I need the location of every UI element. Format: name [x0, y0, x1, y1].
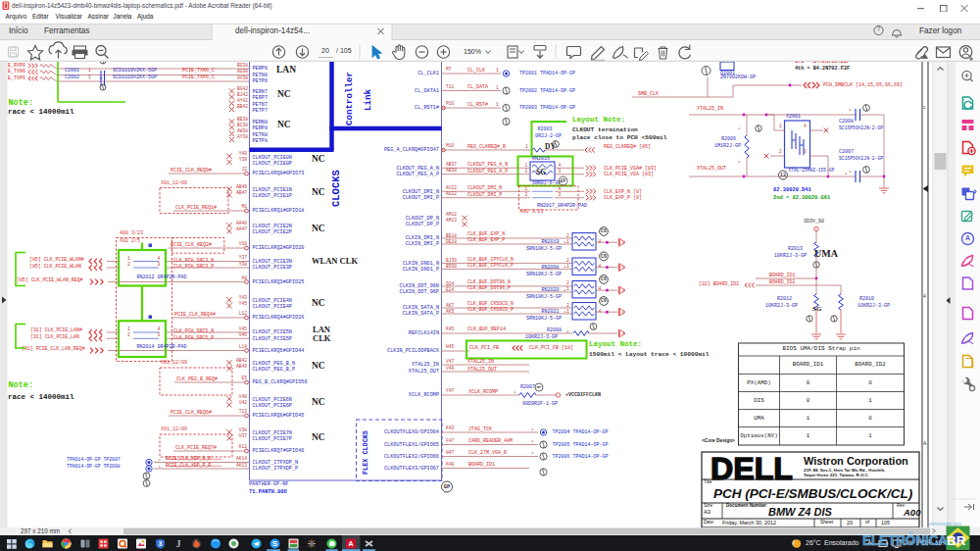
svg-text:RN2017_0R4P2R-PAD: RN2017_0R4P2R-PAD [537, 203, 587, 209]
svg-text:PERP6: PERP6 [253, 66, 269, 72]
svg-text:2: 2 [566, 280, 569, 285]
svg-text:1: 1 [514, 389, 516, 394]
svg-text:SRN10KJ-5-GP: SRN10KJ-5-GP [526, 246, 562, 252]
svg-text:0: 0 [807, 397, 810, 404]
svg-text:BE38: BE38 [237, 117, 248, 122]
svg-text:AK14: AK14 [236, 456, 247, 461]
svg-text:82.30020.D41: 82.30020.D41 [773, 187, 811, 193]
svg-text:PCIE_CLK_REQ2#: PCIE_CLK_REQ2# [171, 242, 212, 248]
svg-text:PETN6: PETN6 [253, 73, 269, 78]
svg-text:PCH (PCI-E/SMBUS/CLOCK/CL): PCH (PCI-E/SMBUS/CLOCK/CL) [713, 486, 913, 501]
svg-text:AB49: AB49 [236, 184, 247, 189]
svg-text:DE18: DE18 [446, 239, 457, 244]
svg-text:X01_12/09: X01_12/09 [161, 180, 187, 186]
svg-text:eletronicabr.com: eletronicabr.com [929, 522, 961, 526]
svg-text:CLKOUT termination: CLKOUT termination [572, 126, 638, 133]
svg-text:4: 4 [804, 124, 807, 128]
svg-text:1: 1 [564, 264, 566, 269]
svg-text:20: 20 [847, 520, 853, 526]
svg-text:Y37: Y37 [239, 255, 248, 260]
svg-text:dell-inspiron-14z5423-dmb40-bm: dell-inspiron-14z5423-dmb40-bmwz4dis-lap… [12, 2, 272, 10]
svg-text:PERP7: PERP7 [253, 95, 269, 101]
svg-text:GP: GP [444, 483, 451, 490]
svg-text:PETP8: PETP8 [253, 138, 269, 144]
svg-text:2: 2 [127, 332, 130, 337]
svg-text:NC: NC [277, 120, 291, 129]
svg-text:PANTHER-GP-NF: PANTHER-GP-NF [249, 481, 288, 487]
svg-text:GP: GP [561, 178, 566, 183]
svg-text:CLKOUT_ITPXDP_P: CLKOUT_ITPXDP_P [253, 466, 299, 472]
svg-text:CLKOUT_PCIE3N: CLKOUT_PCIE3N [253, 259, 292, 265]
svg-text:CLKOUT_PCIE5P: CLKOUT_PCIE5P [253, 336, 292, 342]
svg-text:CLK_BUF_EXP_P: CLK_BUF_EXP_P [467, 237, 505, 242]
svg-text:CLKIN_DOT_96P: CLKIN_DOT_96P [400, 289, 439, 295]
svg-text:1: 1 [496, 85, 499, 90]
svg-text:CLKOUTFLEX0/GPIO64: CLKOUTFLEX0/GPIO64 [384, 429, 439, 435]
svg-text:A00: A00 [903, 507, 921, 518]
svg-text:Y43: Y43 [239, 295, 248, 300]
svg-text:Date:: Date: [704, 520, 714, 525]
svg-text:E5: E5 [241, 376, 247, 380]
svg-text:10KR2J-3-GP: 10KR2J-3-GP [858, 303, 890, 309]
svg-text:NC: NC [312, 224, 325, 233]
svg-text:GP: GP [536, 385, 542, 389]
svg-text:C2008: C2008 [839, 119, 854, 125]
svg-text:[85] CLK_PCIE_WLAN: [85] CLK_PCIE_WLAN [29, 264, 81, 269]
svg-text:3: 3 [559, 169, 562, 174]
svg-text:CLK_BUF_EXP_N: CLK_BUF_EXP_N [467, 231, 505, 236]
svg-text:JTAG_TCK: JTAG_TCK [468, 426, 492, 432]
svg-text:TPAD14-OP-GP TP2007: TPAD14-OP-GP TP2007 [67, 457, 121, 462]
svg-text:AB47: AB47 [236, 190, 247, 195]
svg-text:1: 1 [566, 286, 569, 291]
svg-text:CLK_BUF_DOT96_N: CLK_BUF_DOT96_N [467, 279, 511, 284]
svg-text:AK13: AK13 [236, 463, 247, 468]
svg-text:20: 20 [321, 47, 329, 54]
svg-text:Sheet: Sheet [820, 519, 834, 525]
svg-text:R2013: R2013 [788, 246, 803, 252]
svg-text:F47: F47 [446, 438, 455, 443]
svg-text:3: 3 [159, 540, 163, 547]
svg-text:BJ42: BJ42 [237, 92, 248, 97]
svg-text:CLKOUTFLEX2/GPIO66: CLKOUTFLEX2/GPIO66 [384, 454, 439, 460]
svg-text:Friday, March 30, 2012: Friday, March 30, 2012 [722, 520, 776, 526]
svg-text:C6: C6 [601, 276, 607, 281]
svg-text:CLK_EXP_P [8]: CLK_EXP_P [8] [604, 195, 642, 201]
svg-text:Arquivo: Arquivo [6, 13, 27, 21]
svg-text:CLKOUT_PEG_A_P: CLKOUT_PEG_A_P [467, 169, 508, 174]
svg-text:RN2020: RN2020 [542, 287, 560, 293]
svg-text:1: 1 [525, 163, 528, 168]
svg-text:Layout Note:: Layout Note: [572, 116, 625, 124]
svg-text:X01_12/09: X01_12/09 [161, 426, 187, 432]
svg-text:10KR2J-3-GP: 10KR2J-3-GP [774, 253, 807, 259]
svg-text:SCD1U10V2KX-5GP: SCD1U10V2KX-5GP [113, 75, 157, 80]
svg-text:71.PANTH.00U: 71.PANTH.00U [249, 489, 287, 495]
svg-text:R2006: R2006 [721, 136, 736, 142]
svg-text:P10: P10 [446, 101, 455, 106]
svg-text:BOARD_ID1: BOARD_ID1 [769, 273, 795, 277]
svg-text:2: 2 [127, 262, 130, 267]
svg-text:CLK_PCIE_REQ7#: CLK_PCIE_REQ7# [175, 445, 217, 451]
svg-text:Wistron Corporation: Wistron Corporation [804, 455, 908, 467]
svg-text:AM12: AM12 [446, 212, 457, 217]
svg-text:CLKOUT_PCIE0P: CLKOUT_PCIE0P [253, 161, 292, 167]
svg-text:BC38: BC38 [237, 123, 248, 127]
svg-text:CLK_BUF_CKSSCD_N: CLK_BUF_CKSSCD_N [467, 301, 514, 306]
svg-text:Taipei Hsien 221, Taiwan, R.O.: Taipei Hsien 221, Taiwan, R.O.C. [804, 473, 869, 477]
svg-text:J2: J2 [241, 167, 247, 172]
svg-text:PCIECLKRQ0#GPIO73: PCIECLKRQ0#GPIO73 [253, 171, 305, 176]
svg-text:NC: NC [312, 154, 325, 164]
svg-text:BOARD_ID1: BOARD_ID1 [468, 462, 495, 468]
svg-text:Document Number: Document Number [726, 503, 766, 508]
svg-text:CLK_PCIE_VGA [83]: CLK_PCIE_VGA [83] [604, 172, 654, 177]
svg-text:1500mil < Layout trace < 10000: 1500mil < Layout trace < 10000mil [589, 351, 710, 358]
svg-text:13: 13 [780, 173, 786, 177]
svg-text:CLKOUT_DP_P: CLKOUT_DP_P [406, 222, 439, 227]
svg-text:Ferramentas: Ferramentas [44, 26, 89, 35]
svg-text:2: 2 [738, 125, 741, 130]
svg-text:T11: T11 [446, 84, 455, 89]
svg-text:CLKOUT_PEG_A_P: CLKOUT_PEG_A_P [396, 172, 439, 177]
svg-text:Controller: Controller [344, 72, 355, 125]
svg-text:SC15P50V2JN-2-GP: SC15P50V2JN-2-GP [839, 125, 883, 130]
svg-text:[31] CLK_PCIE_LAN: [31] CLK_PCIE_LAN [30, 334, 79, 339]
svg-text:1: 1 [88, 68, 91, 73]
